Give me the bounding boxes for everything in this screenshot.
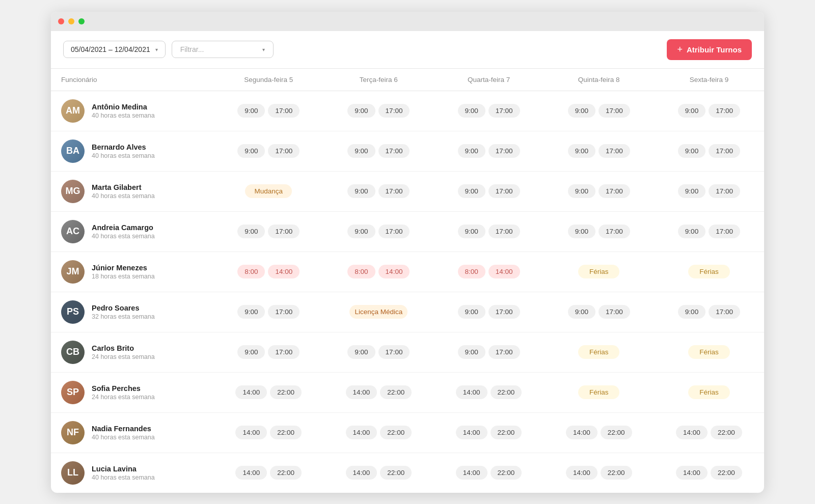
- special-badge[interactable]: Férias: [578, 345, 620, 359]
- start-time-badge[interactable]: 9:00: [347, 345, 375, 359]
- special-badge[interactable]: Férias: [688, 345, 730, 359]
- maximize-dot[interactable]: [78, 18, 85, 24]
- special-badge[interactable]: Férias: [688, 385, 730, 399]
- end-time-badge[interactable]: 17:00: [378, 104, 410, 118]
- close-dot[interactable]: [58, 18, 64, 24]
- start-time-badge[interactable]: 14:00: [566, 466, 597, 480]
- end-time-badge[interactable]: 22:00: [380, 466, 412, 480]
- start-time-badge[interactable]: 9:00: [678, 305, 705, 319]
- start-time-badge[interactable]: 8:00: [347, 265, 375, 278]
- start-time-badge[interactable]: 9:00: [237, 104, 265, 118]
- end-time-badge[interactable]: 17:00: [268, 104, 300, 118]
- start-time-badge[interactable]: 14:00: [566, 426, 597, 439]
- start-time-badge[interactable]: 8:00: [237, 265, 265, 278]
- start-time-badge[interactable]: 14:00: [235, 426, 267, 439]
- start-time-badge[interactable]: 9:00: [568, 104, 595, 118]
- start-time-badge[interactable]: 14:00: [346, 466, 377, 480]
- start-time-badge[interactable]: 9:00: [458, 104, 485, 118]
- end-time-badge[interactable]: 17:00: [268, 345, 300, 359]
- start-time-badge[interactable]: 9:00: [237, 305, 265, 319]
- end-time-badge[interactable]: 17:00: [709, 184, 740, 198]
- end-time-badge[interactable]: 17:00: [268, 144, 300, 158]
- start-time-badge[interactable]: 9:00: [458, 184, 485, 198]
- end-time-badge[interactable]: 17:00: [599, 225, 630, 238]
- end-time-badge[interactable]: 17:00: [488, 144, 520, 158]
- end-time-badge[interactable]: 14:00: [488, 265, 520, 278]
- end-time-badge[interactable]: 22:00: [270, 466, 302, 480]
- end-time-badge[interactable]: 17:00: [378, 225, 410, 238]
- end-time-badge[interactable]: 22:00: [601, 426, 632, 439]
- start-time-badge[interactable]: 9:00: [237, 144, 265, 158]
- start-time-badge[interactable]: 14:00: [235, 385, 267, 399]
- col-wednesday: Quarta-feira 7: [433, 69, 544, 91]
- end-time-badge[interactable]: 17:00: [488, 225, 520, 238]
- start-time-badge[interactable]: 9:00: [568, 305, 595, 319]
- start-time-badge[interactable]: 14:00: [346, 385, 377, 399]
- special-badge[interactable]: Mudança: [245, 184, 292, 198]
- end-time-badge[interactable]: 22:00: [491, 466, 522, 480]
- start-time-badge[interactable]: 14:00: [456, 385, 487, 399]
- start-time-badge[interactable]: 9:00: [678, 144, 705, 158]
- start-time-badge[interactable]: 14:00: [235, 466, 267, 480]
- end-time-badge[interactable]: 17:00: [599, 104, 630, 118]
- end-time-badge[interactable]: 22:00: [270, 426, 302, 439]
- assign-shifts-button[interactable]: + Atribuir Turnos: [667, 39, 752, 60]
- start-time-badge[interactable]: 9:00: [458, 345, 485, 359]
- end-time-badge[interactable]: 22:00: [380, 426, 412, 439]
- end-time-badge[interactable]: 17:00: [599, 305, 630, 319]
- special-badge[interactable]: Férias: [578, 385, 620, 399]
- start-time-badge[interactable]: 14:00: [456, 466, 487, 480]
- end-time-badge[interactable]: 22:00: [270, 385, 302, 399]
- end-time-badge[interactable]: 17:00: [488, 305, 520, 319]
- end-time-badge[interactable]: 17:00: [268, 305, 300, 319]
- start-time-badge[interactable]: 14:00: [346, 426, 377, 439]
- start-time-badge[interactable]: 9:00: [678, 225, 705, 238]
- start-time-badge[interactable]: 9:00: [568, 184, 595, 198]
- end-time-badge[interactable]: 17:00: [599, 184, 630, 198]
- end-time-badge[interactable]: 22:00: [491, 426, 522, 439]
- end-time-badge[interactable]: 17:00: [599, 144, 630, 158]
- end-time-badge[interactable]: 17:00: [488, 184, 520, 198]
- start-time-badge[interactable]: 9:00: [458, 225, 485, 238]
- start-time-badge[interactable]: 9:00: [568, 225, 595, 238]
- start-time-badge[interactable]: 14:00: [456, 426, 487, 439]
- filter-dropdown[interactable]: Filtrar... ▾: [172, 41, 274, 58]
- start-time-badge[interactable]: 9:00: [458, 305, 485, 319]
- end-time-badge[interactable]: 22:00: [711, 466, 742, 480]
- start-time-badge[interactable]: 14:00: [676, 466, 708, 480]
- special-badge[interactable]: Férias: [578, 265, 620, 278]
- end-time-badge[interactable]: 22:00: [711, 426, 742, 439]
- end-time-badge[interactable]: 14:00: [378, 265, 410, 278]
- end-time-badge[interactable]: 22:00: [601, 466, 632, 480]
- start-time-badge[interactable]: 9:00: [458, 144, 485, 158]
- minimize-dot[interactable]: [68, 18, 74, 24]
- end-time-badge[interactable]: 17:00: [488, 104, 520, 118]
- end-time-badge[interactable]: 17:00: [378, 184, 410, 198]
- start-time-badge[interactable]: 9:00: [347, 184, 375, 198]
- special-badge[interactable]: Férias: [688, 265, 730, 278]
- end-time-badge[interactable]: 17:00: [488, 345, 520, 359]
- end-time-badge[interactable]: 22:00: [380, 385, 412, 399]
- start-time-badge[interactable]: 9:00: [347, 144, 375, 158]
- start-time-badge[interactable]: 9:00: [678, 184, 705, 198]
- end-time-badge[interactable]: 22:00: [491, 385, 522, 399]
- end-time-badge[interactable]: 17:00: [378, 345, 410, 359]
- end-time-badge[interactable]: 17:00: [709, 225, 740, 238]
- end-time-badge[interactable]: 14:00: [268, 265, 300, 278]
- start-time-badge[interactable]: 9:00: [678, 104, 705, 118]
- start-time-badge[interactable]: 9:00: [237, 225, 265, 238]
- special-badge[interactable]: Licença Médica: [349, 305, 408, 319]
- end-time-badge[interactable]: 17:00: [709, 305, 740, 319]
- start-time-badge[interactable]: 9:00: [347, 104, 375, 118]
- end-time-badge[interactable]: 17:00: [378, 144, 410, 158]
- start-time-badge[interactable]: 9:00: [568, 144, 595, 158]
- end-time-badge[interactable]: 17:00: [709, 144, 740, 158]
- start-time-badge[interactable]: 9:00: [347, 225, 375, 238]
- end-time-badge[interactable]: 17:00: [709, 104, 740, 118]
- date-range-picker[interactable]: 05/04/2021 – 12/04/2021 ▾: [63, 41, 166, 58]
- end-time-badge[interactable]: 17:00: [268, 225, 300, 238]
- start-time-badge[interactable]: 14:00: [676, 426, 708, 439]
- employee-hours: 40 horas esta semana: [92, 152, 155, 159]
- start-time-badge[interactable]: 9:00: [237, 345, 265, 359]
- start-time-badge[interactable]: 8:00: [458, 265, 485, 278]
